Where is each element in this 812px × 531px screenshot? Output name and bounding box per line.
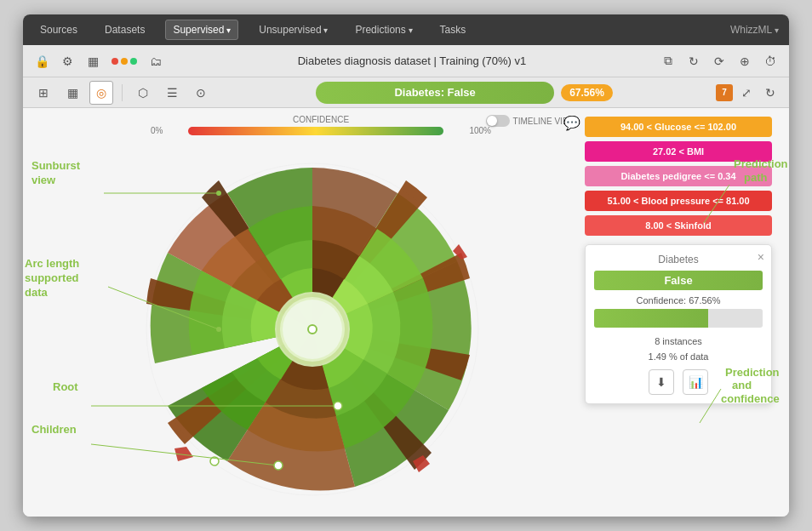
dataset-icon[interactable]: 🗂 (146, 51, 166, 71)
prediction-bar: Diabetes: False (316, 82, 554, 104)
calculator-icon[interactable]: ⊕ (735, 51, 755, 71)
pred-item-0[interactable]: 94.00 < Glucose <= 102.00 (585, 117, 772, 137)
nav-unsupervised[interactable]: Unsupervised (252, 20, 335, 39)
viz-area[interactable] (134, 125, 491, 517)
clock-icon[interactable]: ⏱ (760, 51, 781, 71)
toolbar-row-2: ⊞ ▦ ◎ ⬡ ☰ ⊙ Diabetes: False 67.56% 7 ⤢ ↻ (23, 77, 789, 108)
annotation-children: Children (31, 423, 77, 437)
toolbar-row-1: 🔒 ⚙ ▦ 🗂 Diabetes diagnosis dataset | Tra… (23, 45, 789, 77)
map-view-icon[interactable]: ⊙ (189, 81, 213, 105)
nav-whizzml[interactable]: WhizzML (730, 24, 779, 36)
table-view-icon[interactable]: ▦ (60, 81, 84, 105)
svg-point-14 (210, 457, 219, 465)
settings-icon[interactable]: ↻ (760, 83, 781, 103)
list-view-icon[interactable]: ☰ (160, 81, 184, 105)
dot-red (112, 58, 118, 65)
tree-icon[interactable]: ⚙ (57, 51, 77, 71)
refresh-icon[interactable]: ↻ (683, 51, 704, 71)
lock-icon[interactable]: 🔒 (31, 51, 52, 71)
main-content: Sunburstview Arc lengthsupporteddata Roo… (23, 108, 789, 517)
pred-item-4[interactable]: 8.00 < Skinfold (585, 215, 772, 236)
pred-card: Diabetes × False Confidence: 67.56% 8 in… (585, 244, 772, 404)
sunburst-view-icon[interactable]: ◎ (89, 81, 113, 105)
pred-confidence-bar-fill (594, 309, 708, 328)
right-panel: 94.00 < Glucose <= 102.00 27.02 < BMI Di… (585, 117, 772, 404)
annotation-arc-length: Arc lengthsupporteddata (25, 257, 79, 300)
badge-7[interactable]: 7 (716, 84, 733, 101)
toolbar-right: ⧉ ↻ ⟳ ⊕ ⏱ (658, 51, 781, 71)
dot-green (130, 58, 137, 65)
node-view-icon[interactable]: ⊞ (31, 81, 55, 105)
nav-predictions[interactable]: Predictions (348, 20, 419, 39)
sync-icon[interactable]: ⟳ (709, 51, 729, 71)
chat-icon-btn[interactable]: 💬 (563, 115, 580, 131)
app-window: Sources Datasets Supervised Unsupervised… (23, 14, 789, 517)
svg-point-13 (308, 325, 317, 334)
pred-item-1[interactable]: 27.02 < BMI (585, 141, 772, 162)
pred-instances: 8 instances1.49 % of data (594, 334, 763, 364)
toolbar-right-2: 7 ⤢ ↻ (716, 83, 781, 103)
annotation-sunburst-view: Sunburstview (31, 159, 80, 188)
pred-item-3[interactable]: 51.00 < Blood pressure <= 81.00 (585, 191, 772, 211)
nav-sources[interactable]: Sources (33, 20, 84, 39)
pred-chart-btn[interactable]: 📊 (683, 369, 708, 395)
toolbar-dots (108, 58, 140, 65)
pred-download-btn[interactable]: ⬇ (649, 369, 674, 395)
pred-confidence-label: Confidence: 67.56% (594, 295, 763, 305)
expand-icon[interactable]: ⤢ (736, 83, 757, 103)
nav-supervised[interactable]: Supervised (165, 20, 238, 40)
sunburst-chart[interactable] (142, 159, 483, 500)
confidence-badge: 67.56% (561, 84, 613, 101)
network-view-icon[interactable]: ⬡ (131, 81, 155, 105)
pred-item-2[interactable]: Diabetes pedigree <= 0.34 (585, 166, 772, 186)
pred-card-title: Diabetes (594, 254, 763, 266)
prediction-path-items: 94.00 < Glucose <= 102.00 27.02 < BMI Di… (585, 117, 772, 236)
copy-icon[interactable]: ⧉ (658, 51, 678, 71)
grid-icon[interactable]: ▦ (83, 51, 103, 71)
top-nav: Sources Datasets Supervised Unsupervised… (23, 14, 789, 45)
pred-card-close-btn[interactable]: × (758, 250, 764, 264)
pred-result-bar: False (594, 271, 763, 290)
pred-card-actions: ⬇ 📊 (594, 369, 763, 395)
annotations-left: Sunburstview Arc lengthsupporteddata Roo… (23, 108, 125, 517)
annotation-root: Root (53, 380, 78, 395)
nav-datasets[interactable]: Datasets (98, 20, 152, 39)
toolbar-title: Diabetes diagnosis dataset | Training (7… (171, 54, 653, 67)
dot-orange (121, 58, 128, 65)
pred-confidence-bar-wrap (594, 309, 763, 328)
confidence-label: CONFIDENCE (151, 115, 491, 124)
nav-tasks[interactable]: Tasks (433, 20, 473, 39)
prediction-bar-container: Diabetes: False 67.56% (218, 82, 711, 104)
